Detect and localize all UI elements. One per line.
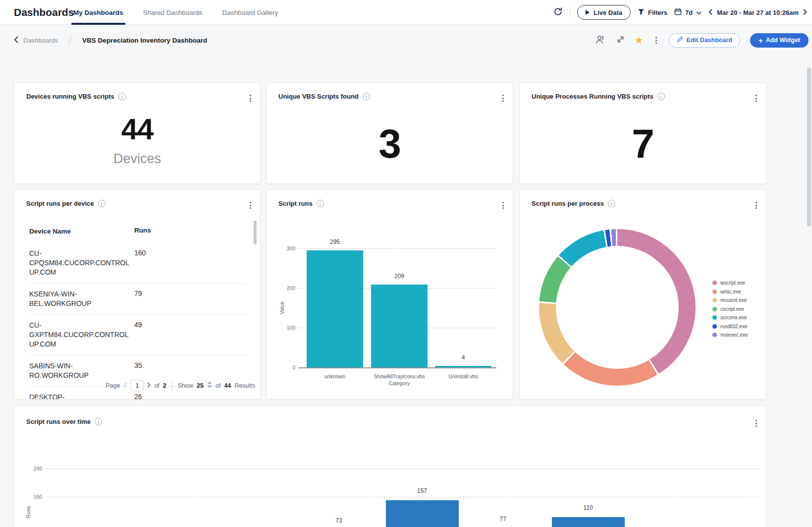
runs-cell: 35	[134, 361, 174, 380]
next-range-button[interactable]	[803, 9, 807, 16]
info-icon[interactable]	[363, 93, 370, 100]
edit-dashboard-button[interactable]: Edit Dashboard	[669, 33, 740, 48]
device-table-body: CU-CPQSM84.CUCORP.CONTROLUP.COM160KSENIY…	[29, 243, 247, 400]
total-results: 44	[224, 382, 231, 389]
dashboard-tabs: My Dashboards Shared Dashboards Dashboar…	[73, 0, 278, 25]
x-axis-label: Category	[360, 380, 439, 386]
expand-icon	[616, 35, 625, 45]
chevron-left-icon	[14, 36, 18, 45]
device-name-cell: KSENIYA-WIN-BEL.WORKGROUP	[29, 290, 134, 308]
refresh-button[interactable]	[553, 7, 563, 18]
next-page-button[interactable]	[147, 382, 151, 389]
info-icon[interactable]	[657, 93, 665, 100]
dashboard-menu-kebab-icon[interactable]	[653, 35, 659, 46]
pages-of-label: of	[154, 382, 159, 389]
plus-icon: +	[758, 36, 763, 45]
time-bar	[552, 517, 625, 527]
legend-item-cscript.exe[interactable]: cscript.exe	[712, 306, 748, 312]
legend-label: scrcons.exe	[720, 315, 747, 320]
gridline	[298, 248, 496, 249]
legend-dot-icon	[712, 333, 717, 337]
results-of-label: of	[216, 382, 220, 389]
top-header: Dashboards My Dashboards Shared Dashboar…	[0, 0, 812, 25]
table-scrollbar[interactable]	[254, 221, 257, 244]
widget-menu-kebab-icon[interactable]	[754, 418, 759, 429]
page-size-value[interactable]: 25	[197, 382, 204, 389]
legend-item-msiexec.exe[interactable]: msiexec.exe	[712, 332, 748, 338]
widget-title: Script runs per device	[26, 200, 94, 207]
widget-menu-kebab-icon[interactable]	[248, 93, 253, 104]
app-title: Dashboards	[14, 0, 74, 25]
add-widget-label: Add Widget	[766, 37, 800, 44]
donut-legend: wscript.exewmic.exemcuicnt.execscript.ex…	[712, 280, 748, 338]
device-name-cell: SABINS-WIN-RO.WORKGROUP	[29, 361, 134, 380]
chevron-left-icon	[708, 9, 712, 16]
info-icon[interactable]	[98, 200, 106, 207]
bar-value-label: 77	[486, 516, 520, 523]
info-icon[interactable]	[95, 418, 102, 425]
widget-script-runs-over-time: Script runs over time 240 160 Runs 73157…	[14, 406, 766, 527]
pencil-icon	[677, 36, 683, 44]
live-data-button[interactable]: Live Data	[577, 5, 631, 20]
page-number-input[interactable]	[130, 380, 144, 391]
device-name-cell: CU-CPQSM84.CUCORP.CONTROLUP.COM	[29, 249, 134, 277]
legend-item-mcuicnt.exe[interactable]: mcuicnt.exe	[712, 297, 748, 303]
tab-my-dashboards[interactable]: My Dashboards	[73, 0, 123, 25]
results-label: Results	[234, 382, 255, 389]
breadcrumb: Dashboards VBS Depreciation Inventory Da…	[14, 25, 207, 56]
live-data-label: Live Data	[594, 9, 622, 16]
expand-button[interactable]	[616, 35, 625, 45]
breadcrumb-dashboards-link[interactable]: Dashboards	[23, 37, 58, 44]
prev-page-button[interactable]	[123, 382, 127, 389]
runs-cell: 26	[134, 393, 174, 400]
widget-menu-kebab-icon[interactable]	[500, 200, 506, 211]
kpi-unit: Devices	[14, 151, 260, 167]
device-name-cell: DESKTOP-QLAIHB0.WORKGROUP	[29, 393, 134, 400]
bar-value-label: 110	[571, 504, 605, 511]
widget-menu-kebab-icon[interactable]	[500, 93, 506, 104]
legend-dot-icon	[712, 307, 717, 311]
chevron-right-icon	[803, 9, 807, 16]
legend-item-wscript.exe[interactable]: wscript.exe	[712, 280, 748, 286]
info-icon[interactable]	[317, 200, 324, 207]
legend-item-wmic.exe[interactable]: wmic.exe	[712, 289, 748, 294]
y-tick: 100	[275, 325, 295, 331]
widget-menu-kebab-icon[interactable]	[754, 200, 759, 211]
kpi-value: 7	[520, 123, 766, 164]
page-scrollbar[interactable]	[807, 68, 811, 227]
runs-cell: 49	[134, 321, 174, 349]
filters-button[interactable]: Filters	[638, 8, 667, 17]
table-header-row: Device Name Runs	[29, 221, 247, 243]
widget-menu-kebab-icon[interactable]	[248, 200, 253, 211]
time-range-selector[interactable]: 7d	[674, 8, 702, 17]
bar-unknown	[307, 250, 363, 367]
page-size-stepper-icon[interactable]	[207, 381, 212, 390]
info-icon[interactable]	[118, 93, 126, 100]
add-widget-button[interactable]: + Add Widget	[750, 33, 809, 48]
legend-label: wscript.exe	[720, 280, 745, 286]
total-pages: 2	[163, 382, 166, 389]
tab-shared-dashboards[interactable]: Shared Dashboards	[143, 0, 203, 25]
date-range-label: Mar 20 - Mar 27 at 10:26am	[717, 9, 799, 16]
prev-range-button[interactable]	[708, 9, 712, 16]
back-button[interactable]	[14, 36, 18, 45]
info-icon[interactable]	[608, 200, 615, 207]
y-tick: 0	[275, 364, 295, 370]
widget-menu-kebab-icon[interactable]	[754, 93, 759, 104]
favorite-star-icon[interactable]: ★	[635, 35, 644, 45]
legend-item-scrcons.exe[interactable]: scrcons.exe	[712, 315, 748, 320]
y-tick: 200	[275, 285, 295, 291]
widget-title: Unique VBS Scripts found	[278, 93, 359, 100]
legend-dot-icon	[712, 281, 717, 285]
table-row: CU-CPQSM84.CUCORP.CONTROLUP.COM160	[29, 243, 247, 284]
widget-unique-processes: Unique Processes Running VBS scripts 7	[519, 82, 766, 184]
widget-title: Script runs	[278, 200, 313, 207]
show-label: Show	[178, 382, 193, 389]
tab-dashboard-gallery[interactable]: Dashboard Gallery	[222, 0, 278, 25]
share-users-button[interactable]	[595, 35, 606, 46]
legend-item-rundll32.exe[interactable]: rundll32.exe	[712, 324, 748, 329]
time-range-label: 7d	[685, 9, 693, 16]
header-divider	[570, 6, 570, 18]
bar-value-label: 157	[405, 487, 439, 494]
filters-label: Filters	[648, 9, 667, 16]
